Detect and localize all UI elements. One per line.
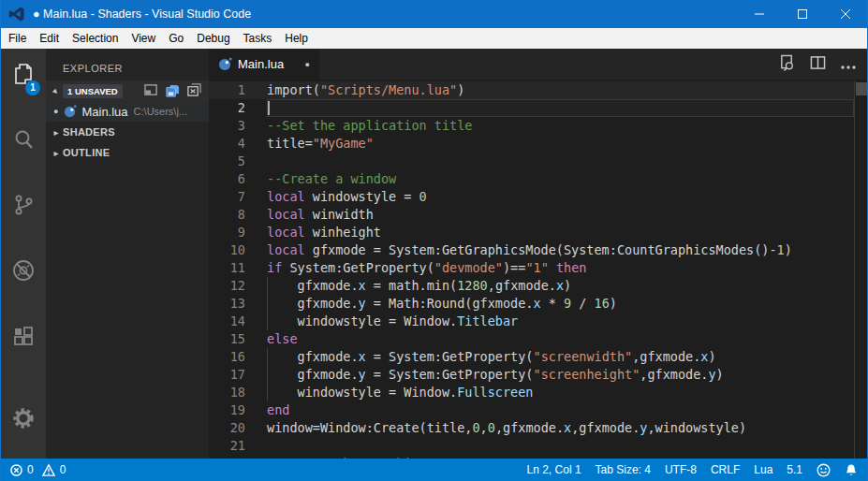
status-item[interactable]: 5.1: [787, 463, 802, 476]
status-item[interactable]: Ln 2, Col 1: [527, 463, 581, 476]
line-content[interactable]: window=Window:Create(title,0,0,gfxmode.x…: [267, 419, 854, 437]
code-line[interactable]: 13 gfxmode.y = Math:Round(gfxmode.x * 9 …: [209, 295, 854, 313]
code-line[interactable]: 12 gfxmode.x = math.min(1280,gfxmode.x): [209, 277, 854, 295]
code-line[interactable]: 4title="MyGame": [209, 135, 854, 153]
code-line[interactable]: 11if System:GetProperty("devmode")=="1" …: [209, 259, 854, 277]
indent-guide: [267, 295, 268, 313]
status-item[interactable]: Tab Size: 4: [596, 463, 651, 476]
file-search-icon[interactable]: [779, 54, 795, 75]
code-line[interactable]: 18 windowstyle = Window.Fullscreen: [209, 384, 854, 401]
line-content[interactable]: gfxmode.x = System:GetProperty("screenwi…: [267, 348, 854, 366]
line-content[interactable]: end: [267, 401, 854, 419]
close-all-editors-icon[interactable]: [186, 83, 201, 99]
token-pl: /: [571, 296, 594, 311]
more-actions-icon[interactable]: [841, 56, 856, 73]
close-button[interactable]: [824, 0, 867, 28]
line-content[interactable]: import("Scripts/Menu.lua"): [267, 81, 854, 99]
line-content[interactable]: local winheight: [267, 224, 854, 241]
menu-help[interactable]: Help: [278, 28, 315, 49]
line-content[interactable]: local windowstyle = 0: [267, 188, 854, 206]
status-item[interactable]: UTF-8: [665, 463, 697, 476]
line-content[interactable]: gfxmode.x = math.min(1280,gfxmode.x): [267, 277, 854, 295]
open-editors-header[interactable]: ▸ 1 UNSAVED: [46, 80, 209, 101]
source-control-icon[interactable]: [1, 185, 46, 251]
line-content[interactable]: if System:GetProperty("devmode")=="1" th…: [267, 259, 854, 277]
menu-selection[interactable]: Selection: [66, 28, 125, 49]
line-content[interactable]: [267, 437, 854, 455]
settings-gear-icon[interactable]: [1, 406, 46, 459]
code-line[interactable]: 17 gfxmode.y = System:GetProperty("scree…: [209, 366, 854, 384]
code-line[interactable]: 20window=Window:Create(title,0,0,gfxmode…: [209, 419, 854, 437]
warning-count[interactable]: 0: [60, 463, 66, 476]
menu-debug[interactable]: Debug: [190, 28, 236, 49]
menu-edit[interactable]: Edit: [33, 28, 66, 49]
sidebar-title: EXPLORER: [46, 49, 209, 80]
line-number: 4: [209, 135, 267, 153]
sidebar-section-outline[interactable]: ▸ OUTLINE: [46, 142, 209, 163]
explorer-icon[interactable]: 1: [1, 54, 46, 120]
code-line[interactable]: 6--Create a window: [209, 170, 854, 188]
status-item[interactable]: CRLF: [711, 463, 740, 476]
menu-file[interactable]: File: [2, 28, 33, 49]
extensions-icon[interactable]: [1, 316, 46, 382]
code-line[interactable]: 1import("Scripts/Menu.lua"): [209, 81, 854, 99]
feedback-smiley-icon[interactable]: [817, 463, 831, 477]
notifications-bell-icon[interactable]: [845, 463, 858, 477]
code-line[interactable]: 21: [209, 437, 854, 455]
error-count[interactable]: 0: [27, 463, 34, 476]
line-content[interactable]: --Create a window: [267, 170, 854, 188]
token-pl: System:GetProperty(: [282, 260, 434, 275]
search-icon[interactable]: [1, 120, 46, 185]
token-com: --Set the application title: [267, 118, 472, 133]
errors-icon[interactable]: [10, 464, 22, 476]
code-line[interactable]: 9local winheight: [209, 224, 854, 241]
code-line[interactable]: 10local gfxmode = System:GetGraphicsMode…: [209, 241, 854, 259]
sidebar-section-shaders[interactable]: ▸ SHADERS: [46, 122, 209, 142]
line-content[interactable]: local winwidth: [267, 206, 854, 224]
minimize-button[interactable]: [738, 0, 781, 28]
line-content[interactable]: --Create the graphics context: [267, 455, 854, 459]
menu-tasks[interactable]: Tasks: [237, 28, 279, 49]
save-all-icon[interactable]: [165, 83, 180, 99]
line-content[interactable]: title="MyGame": [267, 135, 854, 153]
line-number: 21: [209, 437, 267, 455]
line-content[interactable]: windowstyle = Window.Fullscreen: [267, 384, 854, 401]
line-number: 12: [209, 277, 267, 295]
unsaved-badge: 1 UNSAVED: [63, 84, 123, 98]
code-line[interactable]: 8local winwidth: [209, 206, 854, 224]
code-line[interactable]: 15else: [209, 330, 854, 348]
split-editor-icon[interactable]: [810, 55, 826, 74]
maximize-button[interactable]: [781, 0, 824, 28]
line-content[interactable]: [267, 99, 854, 117]
code-line[interactable]: 3--Set the application title: [209, 117, 854, 135]
warnings-icon[interactable]: [42, 464, 55, 476]
code-line[interactable]: 5: [209, 153, 854, 170]
open-editor-item-main-lua[interactable]: ● Main.lua C:\Users\j...: [46, 101, 209, 122]
line-content[interactable]: else: [267, 330, 854, 348]
code-line[interactable]: 19end: [209, 401, 854, 419]
line-content[interactable]: --Set the application title: [267, 117, 854, 135]
code-editor[interactable]: 1import("Scripts/Menu.lua")23--Set the a…: [209, 80, 867, 459]
status-item[interactable]: Lua: [754, 463, 772, 476]
code-line[interactable]: 22--Create the graphics context: [209, 455, 854, 459]
code-line[interactable]: 14 windowstyle = Window.Titlebar: [209, 313, 854, 330]
code-line[interactable]: 2: [209, 99, 854, 117]
vertical-scrollbar[interactable]: [854, 81, 867, 459]
token-str: "MyGame": [313, 136, 374, 151]
debug-icon[interactable]: [1, 251, 46, 316]
menu-view[interactable]: View: [125, 28, 162, 49]
token-pl: )==: [503, 260, 525, 275]
token-pl: ): [610, 296, 617, 311]
menu-go[interactable]: Go: [162, 28, 190, 49]
line-content[interactable]: [267, 153, 854, 170]
scrollbar-thumb[interactable]: [856, 82, 867, 95]
tab-main-lua[interactable]: Main.lua ●: [209, 49, 319, 80]
line-content[interactable]: local gfxmode = System:GetGraphicsMode(S…: [267, 241, 854, 259]
line-content[interactable]: windowstyle = Window.Titlebar: [267, 313, 854, 330]
code-line[interactable]: 16 gfxmode.x = System:GetProperty("scree…: [209, 348, 854, 366]
toggle-editor-layout-icon[interactable]: [144, 83, 158, 98]
line-content[interactable]: gfxmode.y = Math:Round(gfxmode.x * 9 / 1…: [267, 295, 854, 313]
line-content[interactable]: gfxmode.y = System:GetProperty("screenhe…: [267, 366, 854, 384]
token-pl: windowstyle = Window.: [267, 385, 457, 400]
code-line[interactable]: 7local windowstyle = 0: [209, 188, 854, 206]
